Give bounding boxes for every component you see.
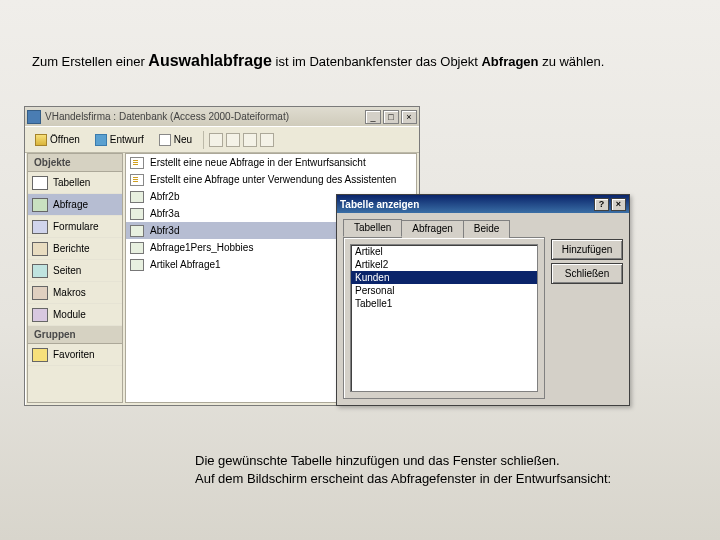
label: Module [53, 309, 86, 320]
view-list-icon[interactable] [243, 133, 257, 147]
reports-icon [32, 242, 48, 256]
label: Abfr3a [150, 208, 179, 219]
close-button[interactable]: × [401, 110, 417, 124]
create-icon [130, 174, 144, 186]
dialog-title: Tabelle anzeigen [340, 199, 592, 210]
instruction-bottom: Die gewünschte Tabelle hinzufügen und da… [195, 452, 611, 487]
view-small-icon[interactable] [226, 133, 240, 147]
list-item[interactable]: Artikel [351, 245, 537, 258]
label: Neu [174, 134, 192, 145]
label: Berichte [53, 243, 90, 254]
toolbar: Öffnen Entwurf Neu [25, 127, 419, 153]
tables-icon [32, 176, 48, 190]
query-icon [130, 191, 144, 203]
nav-item-modules[interactable]: Module [28, 304, 122, 326]
view-large-icon[interactable] [209, 133, 223, 147]
create-icon [130, 157, 144, 169]
database-icon [27, 110, 41, 124]
close-button[interactable]: × [611, 198, 626, 211]
forms-icon [32, 220, 48, 234]
text-strong: Auswahlabfrage [148, 52, 272, 69]
instruction-top: Zum Erstellen einer Auswahlabfrage ist i… [32, 52, 700, 70]
nav-item-favorites[interactable]: Favoriten [28, 344, 122, 366]
tab-strip: Tabellen Abfragen Beide [343, 219, 545, 237]
label: Abfrage [53, 199, 88, 210]
pages-icon [32, 264, 48, 278]
separator [203, 131, 204, 149]
label: Abfrage1Pers_Hobbies [150, 242, 253, 253]
label: Erstellt eine neue Abfrage in der Entwur… [150, 157, 366, 168]
design-button[interactable]: Entwurf [89, 130, 150, 150]
favorites-icon [32, 348, 48, 362]
help-button[interactable]: ? [594, 198, 609, 211]
label: Abfr2b [150, 191, 179, 202]
list-item[interactable]: Tabelle1 [351, 297, 537, 310]
window-titlebar[interactable]: VHandelsfirma : Datenbank (Access 2000-D… [25, 107, 419, 127]
list-item[interactable]: Artikel2 [351, 258, 537, 271]
text-bold: Abfragen [481, 54, 538, 69]
modules-icon [32, 308, 48, 322]
open-icon [35, 134, 47, 146]
query-icon [130, 208, 144, 220]
window-title: VHandelsfirma : Datenbank (Access 2000-D… [45, 111, 361, 122]
open-button[interactable]: Öffnen [29, 130, 86, 150]
text-line: Auf dem Bildschirm erscheint das Abfrage… [195, 470, 611, 488]
tab-queries[interactable]: Abfragen [401, 220, 464, 238]
tab-both[interactable]: Beide [463, 220, 511, 238]
design-icon [95, 134, 107, 146]
add-button[interactable]: Hinzufügen [551, 239, 623, 260]
nav-item-queries[interactable]: Abfrage [28, 194, 122, 216]
nav-header-groups: Gruppen [28, 326, 122, 344]
label: Tabellen [53, 177, 90, 188]
label: Abfr3d [150, 225, 179, 236]
nav-header-objects: Objekte [28, 154, 122, 172]
query-icon [130, 242, 144, 254]
nav-item-macros[interactable]: Makros [28, 282, 122, 304]
view-details-icon[interactable] [260, 133, 274, 147]
label: Seiten [53, 265, 81, 276]
show-table-dialog: Tabelle anzeigen ? × Tabellen Abfragen B… [336, 194, 630, 406]
new-button[interactable]: Neu [153, 130, 198, 150]
tab-tables[interactable]: Tabellen [343, 219, 402, 237]
label: Favoriten [53, 349, 95, 360]
text: Zum Erstellen einer [32, 54, 148, 69]
close-dialog-button[interactable]: Schließen [551, 263, 623, 284]
text-line: Die gewünschte Tabelle hinzufügen und da… [195, 452, 611, 470]
nav-item-pages[interactable]: Seiten [28, 260, 122, 282]
tab-panel: Artikel Artikel2 Kunden Personal Tabelle… [343, 237, 545, 399]
label: Formulare [53, 221, 99, 232]
label: Entwurf [110, 134, 144, 145]
nav-item-reports[interactable]: Berichte [28, 238, 122, 260]
maximize-button[interactable]: □ [383, 110, 399, 124]
query-icon [130, 225, 144, 237]
minimize-button[interactable]: _ [365, 110, 381, 124]
nav-item-tables[interactable]: Tabellen [28, 172, 122, 194]
label: Makros [53, 287, 86, 298]
table-listbox[interactable]: Artikel Artikel2 Kunden Personal Tabelle… [350, 244, 538, 392]
text: zu wählen. [539, 54, 605, 69]
text: ist im Datenbankfenster das Objekt [272, 54, 482, 69]
macros-icon [32, 286, 48, 300]
label: Öffnen [50, 134, 80, 145]
nav-item-forms[interactable]: Formulare [28, 216, 122, 238]
label: Artikel Abfrage1 [150, 259, 221, 270]
list-item[interactable]: Erstellt eine Abfrage unter Verwendung d… [126, 171, 416, 188]
list-item[interactable]: Personal [351, 284, 537, 297]
object-navigator: Objekte Tabellen Abfrage Formulare Beric… [27, 153, 123, 403]
query-icon [130, 259, 144, 271]
dialog-titlebar[interactable]: Tabelle anzeigen ? × [337, 195, 629, 213]
new-icon [159, 134, 171, 146]
list-item[interactable]: Kunden [351, 271, 537, 284]
queries-icon [32, 198, 48, 212]
label: Erstellt eine Abfrage unter Verwendung d… [150, 174, 396, 185]
list-item[interactable]: Erstellt eine neue Abfrage in der Entwur… [126, 154, 416, 171]
